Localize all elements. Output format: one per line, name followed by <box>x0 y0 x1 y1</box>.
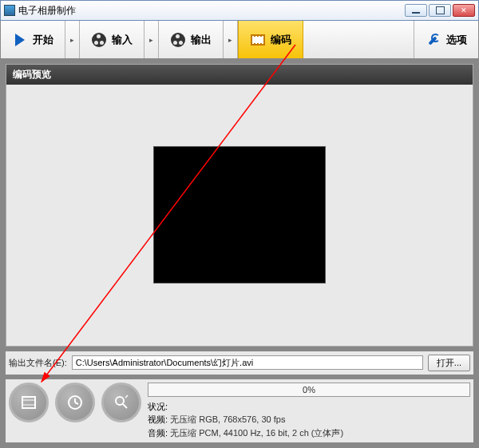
output-label: 输出 <box>191 33 212 47</box>
clock-icon <box>65 393 85 412</box>
output-split[interactable] <box>224 21 238 58</box>
window-title: 电子相册制作 <box>18 4 76 18</box>
input-split[interactable] <box>144 21 159 58</box>
wrench-icon <box>426 32 441 48</box>
start-label: 开始 <box>33 33 53 47</box>
film-icon <box>19 393 38 412</box>
start-split[interactable] <box>65 21 80 58</box>
main-area: 编码预览 输出文件名(E): 打开... 0% 状况: 视频: 无压缩 RGB,… <box>0 59 479 448</box>
status-text: 状况: 视频: 无压缩 RGB, 768x576, 30 fps 音频: 无压缩… <box>148 400 470 440</box>
film-icon <box>250 32 266 48</box>
close-button[interactable] <box>453 4 475 17</box>
audio-status-label: 音频: <box>148 428 168 438</box>
output-file-row: 输出文件名(E): 打开... <box>6 351 473 375</box>
options-label: 选项 <box>446 33 467 47</box>
status-label: 状况: <box>148 402 168 411</box>
svg-line-8 <box>125 395 128 398</box>
input-button[interactable]: 输入 <box>80 21 144 58</box>
toolbar-spacer <box>303 21 414 58</box>
toolbar: 开始 输入 输出 编码 选项 <box>0 21 479 59</box>
svg-line-7 <box>123 404 127 408</box>
video-status-label: 视频: <box>148 414 168 424</box>
maximize-button[interactable] <box>429 4 451 17</box>
progress-text: 0% <box>303 385 315 394</box>
reel-icon <box>170 32 186 48</box>
title-bar: 电子相册制作 <box>0 0 479 21</box>
output-button[interactable]: 输出 <box>159 21 224 58</box>
svg-point-6 <box>116 397 124 405</box>
output-file-input[interactable] <box>72 355 423 370</box>
svg-rect-0 <box>22 397 35 408</box>
preview-area <box>6 85 473 346</box>
start-button[interactable]: 开始 <box>1 21 65 58</box>
encode-button[interactable]: 编码 <box>238 21 303 58</box>
encode-label: 编码 <box>271 33 291 47</box>
settings-button[interactable] <box>101 383 141 422</box>
output-file-label: 输出文件名(E): <box>9 357 67 369</box>
schedule-button[interactable] <box>55 383 95 422</box>
minimize-button[interactable] <box>405 4 427 17</box>
start-encode-button[interactable] <box>9 383 49 422</box>
magnify-icon <box>112 393 131 412</box>
options-button[interactable]: 选项 <box>414 21 478 58</box>
preview-video <box>153 146 326 283</box>
video-status: 无压缩 RGB, 768x576, 30 fps <box>170 414 285 424</box>
bottom-bar: 0% 状况: 视频: 无压缩 RGB, 768x576, 30 fps 音频: … <box>6 379 473 443</box>
progress-bar: 0% <box>148 383 470 397</box>
play-icon <box>12 32 28 48</box>
panel-header: 编码预览 <box>6 65 473 85</box>
reel-icon <box>91 32 107 48</box>
window-controls <box>405 4 475 17</box>
input-label: 输入 <box>112 33 133 47</box>
audio-status: 无压缩 PCM, 44100 Hz, 16 bit, 2 ch (立体声) <box>170 428 343 438</box>
app-icon <box>4 5 15 16</box>
svg-line-5 <box>75 402 78 404</box>
status-area: 0% 状况: 视频: 无压缩 RGB, 768x576, 30 fps 音频: … <box>148 383 470 440</box>
preview-panel: 编码预览 <box>6 64 473 347</box>
open-button[interactable]: 打开... <box>428 355 470 371</box>
